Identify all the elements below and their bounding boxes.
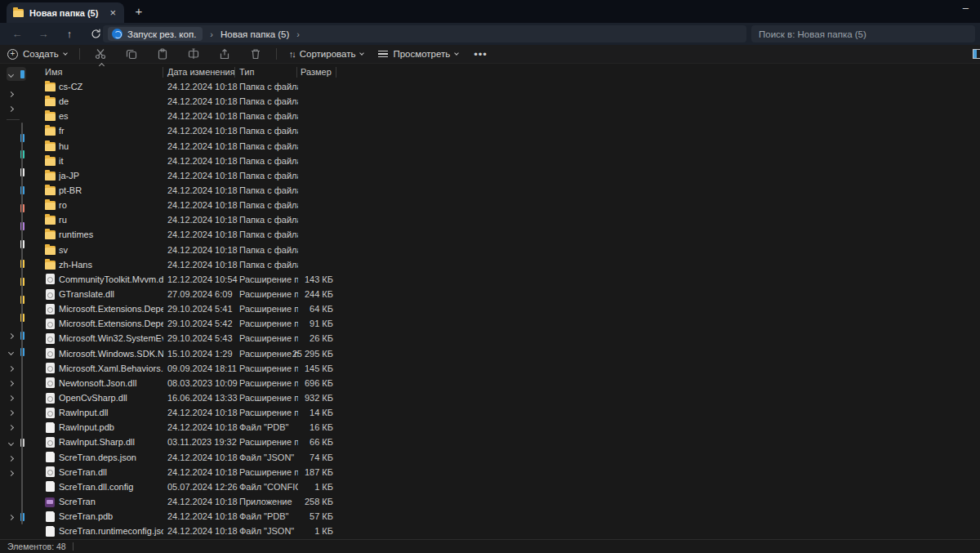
chevron-right-icon[interactable]	[8, 424, 14, 430]
nav-tree-item[interactable]	[5, 407, 21, 418]
nav-tree-item[interactable]	[5, 294, 21, 305]
table-row[interactable]: cs-CZ 24.12.2024 10:18 Папка с файлами	[26, 79, 980, 94]
table-row[interactable]: CommunityToolkit.Mvvm.dll 12.12.2024 10:…	[26, 272, 980, 287]
table-row[interactable]: de 24.12.2024 10:18 Папка с файлами	[26, 94, 980, 109]
nav-tree-item[interactable]	[5, 511, 21, 523]
breadcrumb-root[interactable]: Запуск рез. коп.	[108, 27, 203, 41]
nav-tree-item[interactable]	[5, 221, 21, 232]
chevron-down-icon[interactable]	[8, 349, 14, 355]
table-row[interactable]: Microsoft.Win32.SystemEvents.dll 29.10.2…	[26, 331, 980, 346]
details-pane-icon[interactable]	[973, 49, 980, 59]
cut-button[interactable]	[85, 45, 116, 64]
nav-tree-item[interactable]	[5, 437, 21, 448]
column-header-name[interactable]: Имя	[45, 67, 62, 77]
column-header-date[interactable]: Дата изменения	[167, 67, 235, 77]
minimize-button[interactable]: –	[963, 2, 969, 14]
nav-tree-item[interactable]	[5, 346, 21, 358]
table-row[interactable]: Microsoft.Extensions.DependencyInjectio.…	[26, 301, 980, 316]
table-row[interactable]: RawInput.Sharp.dll 03.11.2023 19:32 Расш…	[26, 435, 980, 449]
new-button[interactable]: + Создать	[0, 45, 74, 64]
chevron-right-icon[interactable]	[8, 514, 14, 520]
nav-tree-item[interactable]	[5, 88, 21, 100]
chevron-right-icon[interactable]: ›	[291, 29, 305, 39]
chevron-right-icon[interactable]	[8, 409, 14, 415]
table-row[interactable]: ja-JP 24.12.2024 10:18 Папка с файлами	[26, 168, 980, 183]
delete-button[interactable]	[240, 45, 271, 64]
breadcrumb-current[interactable]: Новая папка (5)	[220, 29, 289, 39]
table-row[interactable]: ScreTran 24.12.2024 10:18 Приложение 258…	[26, 494, 980, 509]
column-header-type[interactable]: Тип	[239, 67, 254, 77]
file-date: 16.06.2024 13:33	[167, 393, 238, 403]
table-row[interactable]: pt-BR 24.12.2024 10:18 Папка с файлами	[26, 183, 980, 198]
nav-scrollbar[interactable]	[21, 123, 23, 524]
up-button[interactable]: ↑	[60, 25, 78, 43]
table-row[interactable]: zh-Hans 24.12.2024 10:18 Папка с файлами	[26, 257, 980, 272]
explorer-tab[interactable]: Новая папка (5) ×	[7, 2, 124, 23]
nav-tree-item[interactable]	[5, 149, 21, 160]
nav-tree-item[interactable]	[5, 69, 21, 80]
nav-tree-item[interactable]	[5, 363, 21, 374]
chevron-right-icon[interactable]: ›	[204, 29, 219, 39]
table-row[interactable]: ScreTran.dll.config 05.07.2024 12:26 Фай…	[26, 479, 980, 494]
table-row[interactable]: es 24.12.2024 10:18 Папка с файлами	[26, 109, 980, 123]
nav-tree-item[interactable]	[5, 467, 21, 479]
nav-tree-item[interactable]	[5, 203, 21, 214]
refresh-button[interactable]	[87, 25, 105, 43]
chevron-right-icon[interactable]	[8, 395, 14, 400]
nav-tree-item[interactable]	[5, 377, 21, 389]
chevron-right-icon[interactable]	[8, 91, 14, 96]
nav-tree-item[interactable]	[5, 421, 21, 433]
chevron-right-icon[interactable]	[8, 105, 14, 111]
tab-close-icon[interactable]: ×	[108, 7, 118, 18]
table-row[interactable]: RawInput.dll 24.12.2024 10:18 Расширение…	[26, 405, 980, 420]
table-row[interactable]: ru 24.12.2024 10:18 Папка с файлами	[26, 212, 980, 227]
table-row[interactable]: OpenCvSharp.dll 16.06.2024 13:33 Расшире…	[26, 390, 980, 405]
nav-tree-item[interactable]	[5, 185, 21, 196]
table-row[interactable]: Microsoft.Windows.SDK.NET.dll 15.10.2024…	[26, 346, 980, 361]
new-tab-button[interactable]: +	[131, 4, 147, 18]
back-button[interactable]: ←	[8, 25, 26, 43]
nav-tree-item[interactable]	[5, 167, 21, 178]
table-row[interactable]: runtimes 24.12.2024 10:18 Папка с файлам…	[26, 227, 980, 242]
table-row[interactable]: Microsoft.Xaml.Behaviors.dll 09.09.2024 …	[26, 361, 980, 376]
nav-tree-item[interactable]	[5, 330, 21, 341]
table-row[interactable]: RawInput.pdb 24.12.2024 10:18 Файл "PDB"…	[26, 420, 980, 435]
chevron-right-icon[interactable]	[8, 332, 14, 338]
chevron-right-icon[interactable]	[8, 365, 14, 371]
rename-button[interactable]	[178, 45, 209, 64]
chevron-right-icon[interactable]	[8, 470, 14, 475]
chevron-right-icon[interactable]	[8, 455, 14, 461]
table-row[interactable]: hu 24.12.2024 10:18 Папка с файлами	[26, 139, 980, 154]
more-options-button[interactable]: •••	[466, 48, 496, 60]
table-row[interactable]: it 24.12.2024 10:18 Папка с файлами	[26, 154, 980, 168]
nav-tree-item[interactable]	[5, 276, 21, 288]
column-header-size[interactable]: Размер	[301, 67, 332, 77]
table-row[interactable]: ScreTran.pdb 24.12.2024 10:18 Файл "PDB"…	[26, 509, 980, 524]
table-row[interactable]: Newtonsoft.Json.dll 08.03.2023 10:09 Рас…	[26, 376, 980, 390]
table-row[interactable]: ScreTran.dll 24.12.2024 10:18 Расширение…	[26, 465, 980, 479]
chevron-down-icon[interactable]	[8, 439, 14, 445]
forward-button[interactable]: →	[34, 25, 52, 43]
nav-tree-item[interactable]	[5, 258, 21, 270]
view-button[interactable]: Просмотреть	[371, 45, 466, 64]
table-row[interactable]: ScreTran.deps.json 24.12.2024 10:18 Файл…	[26, 450, 980, 465]
table-row[interactable]: Microsoft.Extensions.DependencyInjectio.…	[26, 316, 980, 331]
copy-button[interactable]	[116, 45, 147, 64]
table-row[interactable]: ro 24.12.2024 10:18 Папка с файлами	[26, 198, 980, 212]
nav-tree-item[interactable]	[5, 453, 21, 464]
nav-tree-item[interactable]	[5, 103, 21, 114]
table-row[interactable]: sv 24.12.2024 10:18 Папка с файлами	[26, 243, 980, 257]
nav-tree-item[interactable]	[5, 312, 21, 323]
nav-tree-item[interactable]	[5, 239, 21, 250]
share-button[interactable]	[209, 45, 240, 64]
search-input[interactable]: Поиск в: Новая папка (5)	[751, 25, 975, 42]
table-row[interactable]: GTranslate.dll 27.09.2024 6:09 Расширени…	[26, 287, 980, 301]
chevron-right-icon[interactable]	[8, 380, 14, 386]
table-row[interactable]: fr 24.12.2024 10:18 Папка с файлами	[26, 123, 980, 138]
table-row[interactable]: ScreTran.runtimeconfig.json 24.12.2024 1…	[26, 524, 980, 538]
paste-button[interactable]	[147, 45, 178, 64]
nav-tree-item[interactable]	[5, 392, 21, 404]
nav-tree-item[interactable]	[5, 132, 21, 144]
breadcrumb[interactable]: Запуск рез. коп. › Новая папка (5) ›	[103, 25, 746, 42]
sort-button[interactable]: ↑↓ Сортировать	[282, 45, 372, 64]
